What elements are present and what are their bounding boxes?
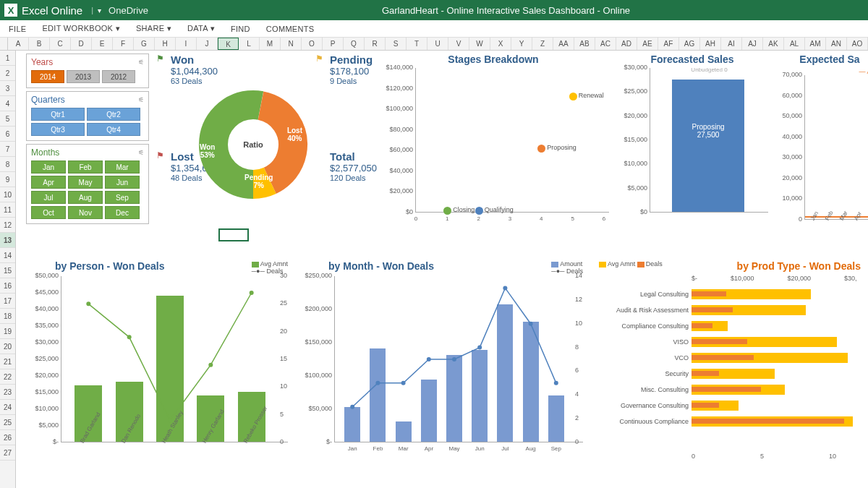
column-header[interactable]: N [281,38,302,50]
menu-data[interactable]: DATA ▾ [187,24,215,33]
select-all-cell[interactable] [0,38,8,50]
row-header[interactable]: 19 [0,324,15,339]
column-header[interactable]: S [386,38,407,50]
slicer-item[interactable]: 2013 [67,70,100,83]
column-header[interactable]: K [218,38,239,50]
column-header[interactable]: AB [574,38,595,50]
column-header[interactable]: C [50,38,71,50]
chart-by-month[interactable]: by Month - Won Deals Amount─●─ Deals $-$… [299,260,587,477]
chart-by-person[interactable]: by Person - Won Deals Avg Amnt─●─ Deals … [26,260,292,477]
slicer-item[interactable]: May [68,176,103,189]
slicer-item[interactable]: 2012 [102,70,135,83]
row-header[interactable]: 11 [0,202,15,218]
column-header[interactable]: P [323,38,344,50]
row-header[interactable]: 12 [0,218,15,233]
column-header[interactable]: R [365,38,386,50]
column-header[interactable]: O [302,38,323,50]
row-header[interactable]: 21 [0,354,15,369]
row-header[interactable]: 6 [0,127,15,142]
filter-icon[interactable]: ⚟ [138,59,144,66]
column-header[interactable]: W [469,38,490,50]
row-header[interactable]: 1 [0,51,15,66]
column-header[interactable]: AJ [742,38,763,50]
column-header[interactable]: U [427,38,448,50]
column-header[interactable]: H [155,38,176,50]
row-header[interactable]: 17 [0,294,15,309]
row-header[interactable]: 15 [0,263,15,278]
chart-expected-sales[interactable]: Expected Sa — Amou 010,00020,00030,00040… [775,53,868,241]
row-header[interactable]: 3 [0,81,15,96]
column-header[interactable]: A [8,38,29,50]
column-header[interactable]: AM [805,38,826,50]
slicer-item[interactable]: Qtr1 [31,108,85,121]
slicer-item[interactable]: Dec [105,206,140,219]
menu-share[interactable]: SHARE ▾ [136,24,171,33]
slicer-item[interactable]: Aug [68,191,103,204]
column-header[interactable]: AN [826,38,847,50]
column-header[interactable]: V [448,38,469,50]
row-header[interactable]: 8 [0,157,15,172]
menu-edit-workbook[interactable]: EDIT WORKBOOK ▾ [42,24,119,33]
column-header[interactable]: T [407,38,427,50]
slicer-item[interactable]: 2014 [31,70,64,83]
column-header[interactable]: AH [700,38,721,50]
row-header[interactable]: 18 [0,309,15,324]
column-header[interactable]: J [197,38,218,50]
row-header[interactable]: 23 [0,385,15,400]
row-header[interactable]: 26 [0,430,15,445]
chart-stages-breakdown[interactable]: Stages Breakdown $0$20,000$40,000$60,000… [378,53,609,241]
slicer-item[interactable]: Qtr3 [31,123,85,136]
column-header[interactable]: X [490,38,511,50]
row-header[interactable]: 16 [0,278,15,294]
row-header[interactable]: 25 [0,415,15,430]
column-header[interactable]: G [134,38,155,50]
column-header[interactable]: AC [595,38,616,50]
column-header[interactable]: AF [658,38,679,50]
slicer-item[interactable]: Qtr2 [87,108,140,121]
column-header[interactable]: M [260,38,281,50]
column-header[interactable]: AE [637,38,658,50]
filter-icon[interactable]: ⚟ [138,149,144,156]
row-header[interactable]: 22 [0,369,15,385]
row-header[interactable]: 2 [0,66,15,81]
active-cell-selection[interactable] [218,228,249,241]
slicer-item[interactable]: Feb [68,160,103,174]
slicer-item[interactable]: Jul [31,191,66,204]
column-header[interactable]: AD [616,38,637,50]
column-header[interactable]: AI [721,38,742,50]
chart-ratio-donut[interactable]: Ratio Won53% Lost40% Pending7% [195,87,311,202]
filter-icon[interactable]: ⚟ [138,96,144,103]
chevron-down-icon[interactable]: ▾ [98,7,101,14]
location-breadcrumb[interactable]: OneDrive [109,5,148,16]
column-header[interactable]: AA [553,38,574,50]
row-header[interactable]: 27 [0,445,15,461]
row-header[interactable]: 10 [0,187,15,202]
row-header[interactable]: 9 [0,172,15,187]
column-header[interactable]: I [176,38,197,50]
menu-find[interactable]: FIND [231,25,250,33]
slicer-item[interactable]: Jan [31,160,66,174]
column-header[interactable]: B [29,38,50,50]
column-header[interactable]: AL [784,38,805,50]
column-header[interactable]: E [92,38,113,50]
worksheet-canvas[interactable]: Years⚟ 201420132012 Quarters⚟ Qtr1Qtr2Qt… [16,51,868,488]
column-header[interactable]: AK [763,38,784,50]
slicer-item[interactable]: Apr [31,176,66,189]
column-header[interactable]: Q [344,38,365,50]
slicer-item[interactable]: Mar [105,160,140,174]
chart-by-prod-type[interactable]: Avg Amnt Deals by Prod Type - Won Deals … [595,260,868,477]
row-header[interactable]: 4 [0,96,15,111]
column-header[interactable]: AO [847,38,868,50]
column-header[interactable]: Z [532,38,553,50]
slicer-item[interactable]: Jun [105,176,140,189]
column-header[interactable]: L [239,38,260,50]
menu-file[interactable]: FILE [9,25,26,33]
slicer-item[interactable]: Nov [68,206,103,219]
menu-comments[interactable]: COMMENTS [266,25,315,33]
row-header[interactable]: 14 [0,248,15,263]
slicer-item[interactable]: Oct [31,206,66,219]
row-header[interactable]: 20 [0,339,15,354]
column-header[interactable]: F [113,38,134,50]
row-header[interactable]: 13 [0,233,15,248]
column-header[interactable]: D [71,38,92,50]
